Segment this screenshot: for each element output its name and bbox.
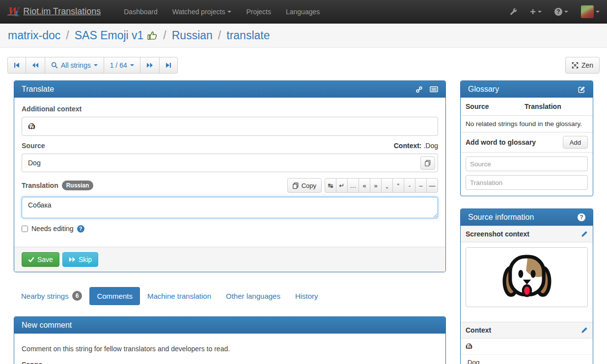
glossary-table-header: Source Translation	[461, 98, 593, 116]
help-menu-icon[interactable]: ?	[554, 8, 568, 16]
glossary-translation-input[interactable]	[466, 175, 588, 190]
translate-panel: Translate Additional context	[14, 80, 446, 272]
clone-icon	[425, 160, 431, 166]
question-circle-icon: ?	[554, 8, 562, 16]
insert-char-button[interactable]: –	[415, 178, 427, 193]
tab-machine-translation[interactable]: Machine translation	[140, 287, 219, 305]
link-icon[interactable]	[415, 86, 423, 93]
nearby-count-badge: 6	[72, 291, 83, 301]
insert-char-button[interactable]: -	[404, 178, 415, 193]
edit-icon[interactable]	[578, 86, 585, 93]
backward-icon	[32, 62, 39, 68]
panel-title: Translate	[22, 85, 54, 94]
question-circle-icon[interactable]: ?	[578, 213, 585, 221]
nav-watched-projects[interactable]: Watched projects	[165, 8, 239, 16]
wrench-icon[interactable]	[510, 8, 517, 15]
clone-icon	[293, 182, 299, 189]
skip-button[interactable]: Skip	[62, 252, 98, 267]
panel-title: Glossary	[468, 85, 499, 94]
glossary-empty-text: No related strings found in the glossary…	[461, 116, 593, 132]
add-word-button[interactable]: Add	[563, 136, 588, 149]
translation-label: Translation	[22, 182, 58, 189]
context-label-row: Context	[461, 322, 593, 338]
breadcrumb-language[interactable]: Russian	[172, 29, 213, 42]
translation-input[interactable]: Собака	[22, 197, 438, 218]
next-string-button[interactable]	[140, 57, 160, 74]
previous-string-button[interactable]	[26, 57, 45, 74]
avatar	[581, 5, 594, 18]
fast-forward-icon	[69, 257, 76, 262]
translate-panel-body: Additional context Source Context: .Dog …	[14, 98, 445, 240]
screenshot-image[interactable]	[466, 247, 588, 307]
insert-char-button[interactable]: ↵	[336, 178, 348, 193]
add-menu-icon[interactable]: +	[530, 7, 542, 17]
insert-char-button[interactable]: “	[392, 178, 404, 193]
insert-char-button[interactable]: „	[381, 178, 393, 193]
nav-dashboard[interactable]: Dashboard	[116, 8, 165, 16]
nav-projects[interactable]: Projects	[239, 8, 278, 16]
breadcrumb-project[interactable]: matrix-doc	[8, 29, 60, 42]
breadcrumb-component[interactable]: SAS Emoji v1	[75, 29, 144, 42]
app-brand[interactable]: WL Riot.im Translations	[7, 6, 101, 17]
glossary-panel: Glossary Source Translation No related s…	[460, 80, 593, 196]
new-comment-header: New comment	[14, 317, 445, 334]
glossary-col-translation: Translation	[524, 103, 561, 110]
add-word-label: Add word to glossary	[466, 138, 536, 146]
needs-editing-label: Needs editing	[31, 225, 74, 233]
dog-emoji	[28, 122, 35, 130]
copy-to-translation-button[interactable]: Copy	[287, 178, 322, 193]
search-filter-button[interactable]: All strings	[45, 57, 104, 74]
context-key-row: .Dog	[461, 355, 593, 364]
tab-history[interactable]: History	[288, 287, 326, 305]
step-forward-icon	[166, 62, 171, 68]
nav-languages[interactable]: Languages	[278, 8, 327, 16]
insert-char-button[interactable]: …	[347, 178, 359, 193]
additional-context-box	[22, 117, 438, 136]
check-icon	[28, 257, 34, 262]
additional-context-label: Additional context	[22, 105, 438, 113]
copy-source-button[interactable]	[420, 156, 435, 170]
tab-comments[interactable]: Comments	[89, 287, 140, 305]
weblate-logo-icon: WL	[7, 6, 19, 17]
tab-other-languages[interactable]: Other languages	[219, 287, 288, 305]
screenshot-context-row: Screenshot context	[461, 226, 593, 242]
dog-emoji	[466, 342, 472, 350]
last-string-button[interactable]	[159, 57, 178, 74]
position-selector-button[interactable]: 1 / 64	[104, 57, 140, 74]
top-navbar: WL Riot.im Translations Dashboard Watche…	[0, 0, 607, 24]
context-info: Context: .Dog	[394, 142, 438, 150]
breadcrumb-page[interactable]: translate	[226, 29, 270, 42]
main-nav: Dashboard Watched projects Projects Lang…	[116, 8, 327, 16]
first-string-button[interactable]	[7, 57, 26, 74]
user-avatar-menu[interactable]	[581, 5, 600, 18]
glossary-col-source: Source	[466, 103, 524, 110]
insert-char-button[interactable]: ↹	[325, 178, 336, 193]
breadcrumb: matrix-doc / SAS Emoji v1 / Russian / tr…	[0, 24, 607, 48]
zen-mode-button[interactable]: Zen	[565, 57, 600, 74]
save-button[interactable]: Save	[22, 252, 59, 267]
tab-nearby-strings[interactable]: Nearby strings 6	[14, 286, 89, 306]
comment-description: Comment on this string for fellow transl…	[22, 345, 438, 353]
insert-char-button[interactable]: —	[426, 178, 438, 193]
pencil-icon[interactable]	[581, 231, 588, 237]
glossary-source-input[interactable]	[466, 156, 588, 171]
caret-down-icon	[538, 11, 542, 13]
needs-editing-checkbox[interactable]	[22, 226, 28, 232]
detail-tabs: Nearby strings 6 Comments Machine transl…	[14, 286, 446, 306]
pencil-icon[interactable]	[581, 327, 588, 334]
scope-label: Scope	[22, 361, 438, 364]
question-circle-icon[interactable]: ?	[77, 225, 84, 233]
translate-panel-header: Translate	[14, 81, 445, 98]
insert-char-button[interactable]: »	[370, 178, 382, 193]
source-string-box: Dog	[22, 154, 438, 172]
source-label: Source	[22, 142, 45, 150]
expand-arrows-icon	[572, 62, 579, 69]
insert-char-button[interactable]: «	[359, 178, 370, 193]
caret-down-icon	[130, 64, 134, 66]
keyboard-icon[interactable]	[430, 86, 438, 93]
forward-icon	[146, 62, 153, 68]
dog-emoji	[500, 253, 553, 302]
plus-icon: +	[530, 7, 536, 17]
screenshot-wrap	[461, 242, 593, 322]
navbar-right: + ?	[510, 5, 600, 18]
